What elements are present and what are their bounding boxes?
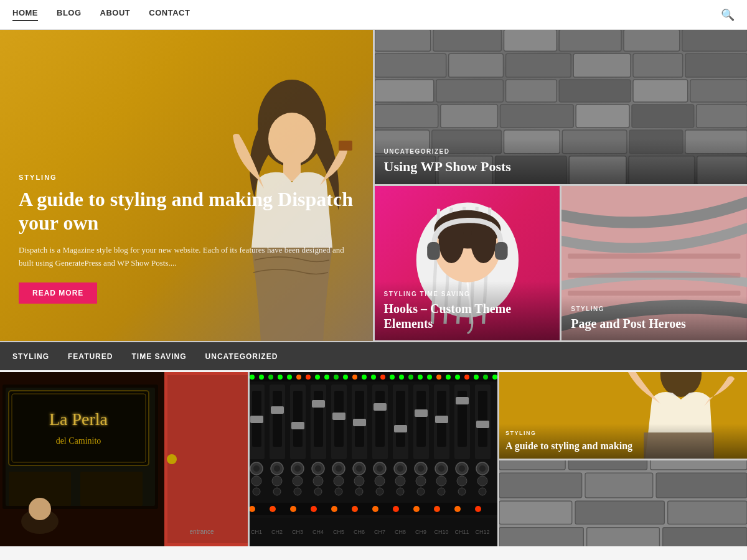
svg-point-119 xyxy=(293,476,303,486)
styling-guide-title: A guide to styling and making xyxy=(505,440,741,452)
svg-rect-143 xyxy=(375,391,385,447)
cobblestone-bottom-card[interactable] xyxy=(499,460,747,547)
wp-show-posts-overlay: UNCATEGORIZED Using WP Show Posts xyxy=(375,139,748,184)
svg-text:CH3: CH3 xyxy=(292,529,303,535)
svg-point-111 xyxy=(274,465,280,472)
svg-point-169 xyxy=(438,488,445,495)
nav-contact[interactable]: CONTACT xyxy=(149,8,190,21)
hero-content: STYLING A guide to styling and making Di… xyxy=(19,174,354,304)
svg-point-81 xyxy=(324,375,329,380)
svg-rect-151 xyxy=(394,425,407,432)
svg-point-194 xyxy=(434,506,440,512)
svg-point-95 xyxy=(455,375,460,380)
svg-point-195 xyxy=(454,506,461,512)
svg-rect-24 xyxy=(500,105,573,128)
filter-uncategorized[interactable]: UNCATEGORIZED xyxy=(205,352,278,361)
svg-point-78 xyxy=(296,375,301,380)
svg-text:La Perla: La Perla xyxy=(49,409,108,429)
svg-point-76 xyxy=(278,375,283,380)
svg-text:CH11: CH11 xyxy=(454,529,469,535)
wp-show-posts-card[interactable]: UNCATEGORIZED Using WP Show Posts xyxy=(375,30,748,184)
restaurant-card[interactable]: La Perla del Caminito entrance xyxy=(0,372,248,546)
svg-rect-221 xyxy=(575,501,664,524)
filter-featured[interactable]: FEATURED xyxy=(68,352,113,361)
svg-rect-58 xyxy=(167,375,248,543)
svg-text:CH1: CH1 xyxy=(251,529,262,535)
svg-point-191 xyxy=(372,506,378,512)
svg-point-175 xyxy=(457,476,467,486)
search-icon[interactable]: 🔍 xyxy=(721,8,735,22)
svg-point-79 xyxy=(306,375,311,380)
svg-point-181 xyxy=(479,465,486,472)
svg-point-174 xyxy=(459,465,465,472)
svg-text:CH4: CH4 xyxy=(312,529,324,535)
svg-rect-218 xyxy=(585,473,653,498)
svg-point-187 xyxy=(290,506,296,512)
svg-rect-23 xyxy=(440,105,497,128)
page-post-heroes-card[interactable]: STYLING Page and Post Heroes xyxy=(561,186,747,340)
svg-rect-17 xyxy=(436,80,503,102)
svg-point-104 xyxy=(253,465,260,472)
svg-point-105 xyxy=(251,476,261,486)
svg-point-192 xyxy=(393,506,399,512)
hooks-title: Hooks – Custom Theme Elements xyxy=(384,301,551,331)
svg-point-155 xyxy=(397,488,404,495)
svg-point-59 xyxy=(167,454,177,464)
svg-text:CH2: CH2 xyxy=(271,529,283,535)
svg-point-153 xyxy=(397,465,403,472)
svg-rect-150 xyxy=(396,391,405,447)
svg-rect-53 xyxy=(568,254,741,259)
filter-time-saving[interactable]: TIME SAVING xyxy=(131,352,186,361)
hooks-card[interactable]: STYLING TIME SAVING Hooks – Custom Theme… xyxy=(375,186,560,340)
svg-rect-9 xyxy=(682,30,747,51)
svg-rect-25 xyxy=(576,105,629,128)
page-post-title: Page and Post Heroes xyxy=(571,316,738,331)
svg-rect-102 xyxy=(250,416,263,423)
nav-blog[interactable]: BLOG xyxy=(57,8,82,21)
svg-rect-21 xyxy=(690,80,747,102)
mixer-card[interactable]: CH1 CH2 CH3 CH4 CH5 CH6 CH7 CH8 CH9 CH10… xyxy=(250,372,497,546)
svg-point-91 xyxy=(418,375,423,380)
svg-point-96 xyxy=(464,375,469,380)
svg-point-147 xyxy=(375,476,385,486)
hero-section: STYLING A guide to styling and making Di… xyxy=(0,30,747,342)
svg-point-176 xyxy=(458,488,466,495)
svg-point-90 xyxy=(408,375,413,380)
nav-home[interactable]: HOME xyxy=(12,8,38,21)
svg-rect-50 xyxy=(427,242,440,260)
cobblestone2-bg xyxy=(499,460,747,547)
hero-main-card[interactable]: STYLING A guide to styling and making Di… xyxy=(0,30,373,341)
svg-point-193 xyxy=(413,506,420,512)
page-post-overlay: STYLING Page and Post Heroes xyxy=(561,296,747,340)
svg-rect-3 xyxy=(339,141,352,151)
svg-rect-115 xyxy=(293,391,303,447)
svg-point-98 xyxy=(483,375,488,380)
svg-point-97 xyxy=(474,375,479,380)
nav-about[interactable]: ABOUT xyxy=(100,8,131,21)
svg-point-183 xyxy=(479,488,486,495)
hero-title: A guide to styling and making Dispatch y… xyxy=(19,187,354,235)
svg-point-125 xyxy=(315,465,321,472)
svg-point-118 xyxy=(294,465,301,472)
styling-guide-overlay: STYLING A guide to styling and making xyxy=(499,424,747,458)
svg-rect-214 xyxy=(499,460,565,470)
hero-category-label: STYLING xyxy=(19,174,354,181)
svg-point-112 xyxy=(272,476,282,486)
read-more-button[interactable]: READ MORE xyxy=(19,282,97,304)
svg-point-80 xyxy=(315,375,320,380)
styling-guide-bottom-card[interactable]: STYLING A guide to styling and making xyxy=(499,372,747,459)
styling-guide-category: STYLING xyxy=(505,430,741,436)
svg-rect-8 xyxy=(623,30,679,51)
svg-rect-179 xyxy=(476,421,489,428)
svg-rect-54 xyxy=(568,273,741,278)
svg-rect-108 xyxy=(273,391,282,447)
svg-point-77 xyxy=(287,375,292,380)
svg-point-92 xyxy=(427,375,432,380)
svg-point-88 xyxy=(390,375,395,380)
svg-point-82 xyxy=(334,375,339,380)
filter-styling[interactable]: STYLING xyxy=(12,352,49,361)
svg-rect-137 xyxy=(353,419,366,426)
svg-rect-26 xyxy=(631,105,693,128)
svg-point-162 xyxy=(417,488,425,495)
svg-rect-16 xyxy=(375,80,434,102)
